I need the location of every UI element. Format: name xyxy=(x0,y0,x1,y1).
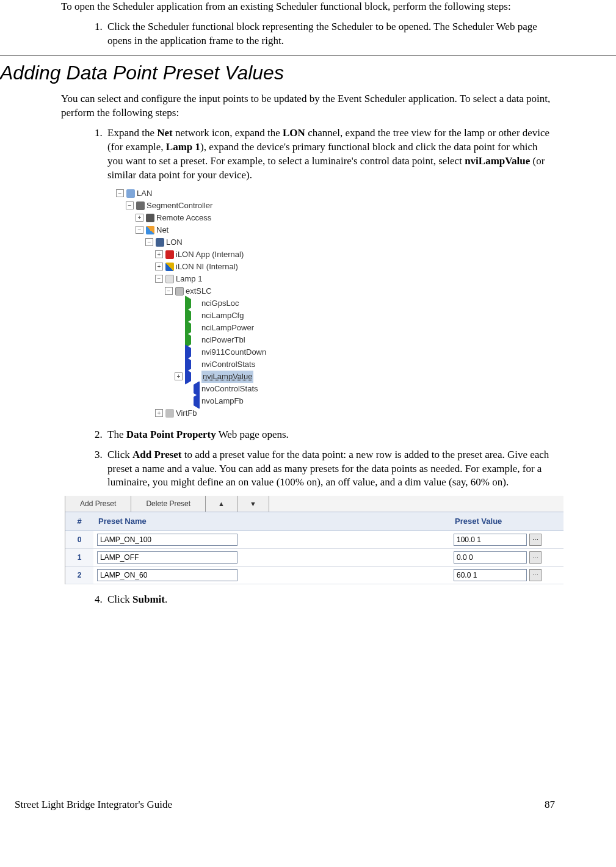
page-footer: Street Light Bridge Integrator's Guide 8… xyxy=(0,798,616,812)
ext-icon xyxy=(175,287,184,296)
net-icon xyxy=(146,226,154,234)
lan-icon xyxy=(126,189,135,198)
tree-node-ext[interactable]: −extSLC xyxy=(116,285,555,297)
table-row: 2⋯ xyxy=(65,566,563,584)
preset-name-input[interactable] xyxy=(97,569,237,581)
row-index: 0 xyxy=(65,531,93,548)
value-picker-button[interactable]: ⋯ xyxy=(529,534,542,546)
add-preset-button[interactable]: Add Preset xyxy=(65,496,131,512)
ni-icon xyxy=(165,263,174,271)
tree-node-nvi911CountDown[interactable]: nvi911CountDown xyxy=(116,346,555,358)
tree-node-net[interactable]: −Net xyxy=(116,224,555,236)
intro-step-1: Click the Scheduler functional block rep… xyxy=(105,20,555,48)
row-index: 1 xyxy=(65,548,93,566)
preset-name-input[interactable] xyxy=(97,534,237,546)
col-value: Preset Value xyxy=(450,512,563,531)
adding-step-1: Expand the Net network icon, expand the … xyxy=(105,126,555,419)
preset-table: # Preset Name Preset Value 0⋯1⋯2⋯ xyxy=(65,512,563,584)
tree-node-nviLampValue[interactable]: +nviLampValue xyxy=(116,371,555,383)
tree-node-nciLampPower[interactable]: nciLampPower xyxy=(116,322,555,334)
tree-node-lamp[interactable]: −Lamp 1 xyxy=(116,273,555,285)
footer-title: Street Light Bridge Integrator's Guide xyxy=(15,798,172,812)
delete-preset-button[interactable]: Delete Preset xyxy=(131,496,206,512)
tree-node-nciPowerTbl[interactable]: nciPowerTbl xyxy=(116,334,555,346)
intro-steps: Click the Scheduler functional block rep… xyxy=(61,20,555,48)
preset-value-input[interactable] xyxy=(454,534,527,546)
tree-node-app[interactable]: +iLON App (Internal) xyxy=(116,248,555,261)
tree-node-remote[interactable]: +Remote Access xyxy=(116,212,555,224)
intro-paragraph: To open the Scheduler application from a… xyxy=(61,0,555,14)
lon-icon xyxy=(156,238,164,247)
tree-view: −LAN −SegmentController +Remote Access −… xyxy=(116,187,555,419)
tree-node-nviControlStats[interactable]: nviControlStats xyxy=(116,358,555,371)
move-up-button[interactable]: ▲ xyxy=(206,496,237,512)
lamp-icon xyxy=(165,275,174,283)
preset-value-input[interactable] xyxy=(454,551,527,564)
tree-node-lon[interactable]: −LON xyxy=(116,236,555,248)
preset-value-input[interactable] xyxy=(454,569,527,581)
remote-icon xyxy=(146,214,154,222)
virtfb-icon xyxy=(165,409,174,418)
segment-icon xyxy=(136,201,145,210)
footer-page: 87 xyxy=(545,798,555,812)
tree-node-lan[interactable]: −LAN xyxy=(116,187,555,200)
section-rule xyxy=(0,56,616,56)
adding-step-3: Click Add Preset to add a preset value f… xyxy=(105,448,555,584)
value-picker-button[interactable]: ⋯ xyxy=(529,551,542,564)
row-index: 2 xyxy=(65,566,93,584)
adding-step-2: The Data Point Property Web page opens. xyxy=(105,428,555,442)
preset-toolbar: Add Preset Delete Preset ▲ ▼ xyxy=(65,496,563,512)
table-row: 0⋯ xyxy=(65,531,563,548)
move-down-button[interactable]: ▼ xyxy=(237,496,269,512)
tree-node-nvoLampFb[interactable]: nvoLampFb xyxy=(116,395,555,407)
preset-name-input[interactable] xyxy=(97,551,237,564)
adding-paragraph: You can select and configure the input p… xyxy=(61,92,555,120)
app-icon xyxy=(165,250,174,259)
tree-node-virtfb[interactable]: +VirtFb xyxy=(116,407,555,419)
table-row: 1⋯ xyxy=(65,548,563,566)
preset-panel: Add Preset Delete Preset ▲ ▼ # Preset Na… xyxy=(65,496,563,584)
adding-step-4: Click Submit. xyxy=(105,593,555,607)
tree-node-segment[interactable]: −SegmentController xyxy=(116,200,555,212)
section-heading: Adding Data Point Preset Values xyxy=(0,60,555,86)
adding-steps: Expand the Net network icon, expand the … xyxy=(61,126,555,607)
tree-node-nvoControlStats[interactable]: nvoControlStats xyxy=(116,383,555,395)
tree-node-nciGpsLoc[interactable]: nciGpsLoc xyxy=(116,297,555,310)
tree-node-ni[interactable]: +iLON NI (Internal) xyxy=(116,261,555,273)
col-name: Preset Name xyxy=(93,512,450,531)
value-picker-button[interactable]: ⋯ xyxy=(529,569,542,581)
col-index: # xyxy=(65,512,93,531)
tree-node-nciLampCfg[interactable]: nciLampCfg xyxy=(116,310,555,322)
